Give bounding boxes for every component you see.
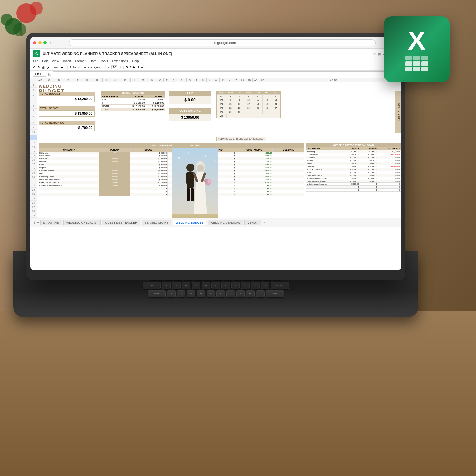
col-header-n[interactable]: N — [147, 78, 157, 82]
tab-next-arrow[interactable]: › — [266, 221, 267, 224]
key-a[interactable]: A — [162, 282, 171, 289]
formula-input[interactable] — [53, 71, 399, 77]
col-header-e[interactable]: E — [63, 78, 73, 82]
zoom-selector[interactable]: 80% — [52, 65, 65, 70]
menu-help[interactable]: Help — [132, 59, 139, 63]
add-sheet-button[interactable]: + — [33, 220, 36, 225]
key-c[interactable]: C — [187, 290, 195, 297]
key-b[interactable]: B — [207, 290, 215, 297]
col-header-u[interactable]: U — [200, 78, 207, 82]
key-g[interactable]: G — [202, 282, 210, 289]
tab-guest-list[interactable]: GUEST LIST TRACKER — [102, 220, 140, 225]
menu-edit[interactable]: Edit — [42, 59, 48, 63]
toolbar-decimal-less[interactable]: .0 — [78, 66, 80, 69]
col-header-m[interactable]: M — [139, 78, 147, 82]
col-header-ae[interactable]: AE AG — [266, 78, 401, 82]
browser-close-button[interactable] — [33, 41, 36, 44]
menu-tools[interactable]: Tools — [100, 59, 108, 63]
tab-start[interactable]: START TAB — [40, 220, 62, 225]
menu-data[interactable]: Data — [90, 59, 97, 63]
col-header-i[interactable]: I — [103, 78, 111, 82]
key-z[interactable]: Z — [167, 290, 176, 297]
key-h[interactable]: Н — [211, 282, 220, 289]
menu-view[interactable]: View — [52, 59, 59, 63]
menu-file[interactable]: File — [33, 59, 38, 63]
key-quote[interactable]: Ж — [261, 282, 269, 289]
key-d[interactable]: D — [182, 282, 190, 289]
toolbar-redo[interactable]: ↻ — [38, 66, 40, 69]
menu-extensions[interactable]: Extensions — [112, 59, 128, 63]
key-s[interactable]: S — [172, 282, 181, 289]
browser-url-bar[interactable]: docs.google.com — [69, 39, 376, 46]
col-header-q[interactable]: Q — [170, 78, 177, 82]
col-header-x[interactable]: X — [220, 78, 226, 82]
col-header-p[interactable]: P — [164, 78, 170, 82]
toolbar-format-paint[interactable]: 🖌 — [47, 66, 50, 69]
star-icon[interactable]: ☆ — [373, 52, 376, 56]
tab-budget[interactable]: WEDDING BUDGET — [173, 220, 206, 225]
toolbar-minus[interactable]: − — [108, 66, 109, 69]
toolbar-italic[interactable]: I — [130, 66, 131, 69]
toolbar-underline[interactable]: U̲ — [137, 66, 139, 69]
cell-reference-input[interactable] — [33, 72, 46, 77]
col-header-f[interactable]: F — [73, 78, 83, 82]
browser-maximize-button[interactable] — [43, 41, 47, 44]
menu-insert[interactable]: Insert — [63, 59, 71, 63]
key-k[interactable]: К — [231, 282, 240, 289]
browser-minimize-button[interactable] — [38, 41, 42, 44]
toolbar-font-color[interactable]: A — [141, 66, 143, 69]
toolbar-plus[interactable]: + — [119, 66, 121, 69]
nav-back-icon[interactable]: ‹ — [50, 41, 51, 45]
key-j[interactable]: Р — [221, 282, 230, 289]
key-shift-l[interactable]: SHIFT — [148, 290, 166, 297]
col-header-d[interactable]: D — [55, 78, 63, 82]
col-header-v[interactable]: V — [207, 78, 213, 82]
col-header-z[interactable]: Z — [233, 78, 239, 82]
key-v[interactable]: V — [197, 290, 205, 297]
col-header-ac[interactable]: AC — [253, 78, 259, 82]
col-header-g[interactable]: G — [83, 78, 91, 82]
key-l[interactable]: Л — [241, 282, 250, 289]
col-header-o[interactable]: O — [157, 78, 164, 82]
tab-vendors[interactable]: WEDDING VENDORS — [208, 220, 243, 225]
tab-checklist[interactable]: WEDDING CHECKLIST — [63, 220, 101, 225]
key-comma[interactable]: Б — [236, 290, 245, 297]
tab-seating[interactable]: SEATING CHART — [142, 220, 171, 225]
col-header-t[interactable]: T — [193, 78, 200, 82]
col-header-s[interactable]: S — [187, 78, 193, 82]
nav-forward-icon[interactable]: › — [53, 41, 54, 45]
key-caps[interactable]: CAPS — [143, 282, 161, 289]
toolbar-decimal-more[interactable]: .00 — [82, 66, 86, 69]
drive-icon[interactable]: ▦ — [378, 52, 381, 56]
key-n[interactable]: Т — [216, 290, 225, 297]
key-m[interactable]: М — [226, 290, 235, 297]
toolbar-strikethrough[interactable]: S — [133, 66, 135, 69]
key-shift-r[interactable]: SHIFT — [266, 290, 284, 297]
col-header-k[interactable]: K — [119, 78, 131, 82]
col-header-y[interactable]: Y — [226, 78, 233, 82]
toolbar-currency[interactable]: $ — [70, 66, 71, 69]
col-header-ad[interactable]: AD — [259, 78, 266, 82]
col-header-h[interactable]: H — [91, 78, 103, 82]
tab-venue[interactable]: VENU... — [244, 220, 261, 225]
toolbar-undo[interactable]: ↺ — [33, 66, 36, 69]
key-x[interactable]: X — [177, 290, 185, 297]
key-f[interactable]: F — [192, 282, 200, 289]
toolbar-123[interactable]: 123 — [88, 66, 92, 69]
col-header-j[interactable]: J — [111, 78, 119, 82]
toolbar-bold[interactable]: B — [126, 66, 128, 69]
col-header-r[interactable]: R — [177, 78, 187, 82]
key-enter[interactable]: RETURN — [271, 282, 289, 289]
menu-format[interactable]: Format — [75, 59, 86, 63]
toolbar-quick[interactable]: Quick... — [94, 66, 103, 69]
col-header-l[interactable]: L — [131, 78, 139, 82]
col-header-ab2[interactable]: AB — [246, 78, 253, 82]
sheets-list-button[interactable]: ≡ — [37, 221, 39, 224]
key-semicolon[interactable]: Д — [251, 282, 260, 289]
col-header-c[interactable]: C — [43, 78, 55, 82]
key-period[interactable]: Ю — [246, 290, 255, 297]
toolbar-print[interactable]: 🖨 — [42, 66, 45, 69]
col-header-w[interactable]: W — [213, 78, 220, 82]
toolbar-percent[interactable]: % — [73, 66, 76, 69]
col-header-aa[interactable]: AA — [239, 78, 246, 82]
